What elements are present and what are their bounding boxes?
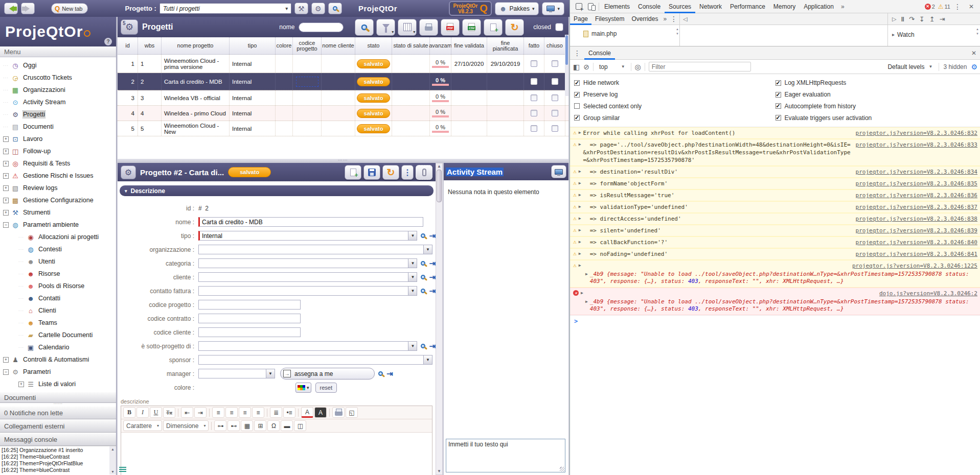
contatto-fattura-select[interactable]: ▼	[198, 286, 417, 296]
row-checkbox[interactable]	[552, 94, 558, 101]
manager-select[interactable]: ▼	[198, 369, 275, 378]
console-message-5[interactable]: ⚠▶ => isResultMessage='true'projeqtor.js…	[570, 189, 980, 201]
expander-icon[interactable]: −	[3, 222, 9, 228]
more-tabs-icon[interactable]: »	[838, 3, 848, 10]
csv-export-button[interactable]: CSV	[462, 19, 481, 36]
watch-scrollbar[interactable]: ▲▼	[976, 27, 979, 36]
page-break-button-icon[interactable]: ▬	[281, 420, 293, 431]
tipo-search-icon[interactable]	[421, 233, 425, 238]
table-row-3[interactable]: 33WineIdea VB - officialInternalsalvato0…	[118, 90, 568, 106]
sidebar-item-pools-di-risorse[interactable]: ···☻Pools di Risorse	[0, 280, 116, 292]
align-right-button-icon[interactable]: ≡	[239, 407, 251, 418]
expand-triangle-icon[interactable]: ▶	[579, 129, 581, 135]
global-search-button[interactable]	[328, 3, 342, 14]
source-link[interactable]: projeqtor.js?version=V8.2.3.0246:840	[856, 239, 977, 246]
expand-triangle-icon[interactable]: ▶	[579, 239, 581, 244]
categoria-select[interactable]: ▼	[198, 258, 417, 268]
codice-contratto-field[interactable]	[198, 314, 301, 323]
font-family-select[interactable]: Carattere▾	[123, 420, 162, 431]
pdf-export-button[interactable]: PDF	[441, 19, 460, 36]
sidebar-item-clienti[interactable]: ···⌂Clienti	[0, 304, 116, 317]
italic-button-icon[interactable]: I	[136, 407, 149, 418]
expand-triangle-icon[interactable]: ▶	[579, 250, 581, 256]
sidebar-item-controlli-automatismi[interactable]: +♟Controlli & Automatismi	[0, 353, 116, 366]
console-filter-input[interactable]	[649, 62, 751, 72]
tab-elements[interactable]: Elements	[600, 0, 634, 13]
table-button-icon[interactable]: ⊞	[254, 420, 266, 431]
panel-external-links[interactable]: Collegamenti esterni	[0, 419, 116, 433]
expand-triangle-icon[interactable]: ▶	[585, 271, 588, 276]
row-checkbox[interactable]	[552, 110, 558, 116]
console-message-10[interactable]: ⚠▶ => noFading='undefined'projeqtor.js?v…	[570, 248, 980, 260]
log-scrollbar[interactable]: ▲▼	[109, 446, 116, 474]
refresh-button[interactable]: ↻	[505, 19, 524, 36]
tab-sources[interactable]: Sources	[665, 0, 695, 13]
new-tab-button[interactable]: Q New tab	[51, 3, 88, 14]
sidebar-item-liste-di-valori[interactable]: +☰Liste di valori	[0, 378, 116, 390]
filter-button[interactable]: ▾	[376, 19, 395, 36]
scroll-up-icon[interactable]: ▲	[111, 447, 115, 451]
checkbox[interactable]	[776, 103, 781, 109]
setting-evaluate-triggers-user-activation[interactable]: Evaluate triggers user activation	[776, 112, 977, 124]
expander-icon[interactable]: +	[3, 149, 9, 154]
sidebar-item-documenti[interactable]: ···▤Documenti	[0, 121, 116, 133]
expander-icon[interactable]: +	[3, 185, 9, 191]
column-header-fine-pianificata[interactable]: fine pianificata	[487, 37, 524, 54]
ordered-list-button-icon[interactable]: ≣	[270, 407, 282, 418]
nav-menu-icon[interactable]: ⋮	[668, 15, 679, 23]
forward-button[interactable]	[21, 3, 35, 14]
manager-goto-icon[interactable]: ⇥	[386, 370, 393, 377]
underline-button-icon[interactable]: U	[150, 407, 162, 418]
scroll-down-icon[interactable]: ▼	[437, 468, 441, 474]
source-link[interactable]: projeqtor.js?version=V8.2.3.0246:838	[856, 215, 977, 223]
special-character-button-icon[interactable]: Ω	[267, 420, 280, 431]
nav-tab-overrides[interactable]: Overrides	[628, 13, 662, 25]
sidebar-item-follow-up[interactable]: +◫Follow-up	[0, 145, 116, 157]
console-message-7[interactable]: ⚠▶ => directAccess='undefined'projeqtor.…	[570, 213, 980, 225]
device-toolbar-icon[interactable]	[588, 3, 594, 10]
cliente-select[interactable]: ▼	[198, 272, 417, 282]
sidebar-item-gestione-rischi-e-issues[interactable]: +⚠Gestione Rischi e Issues	[0, 170, 116, 182]
checkbox[interactable]	[776, 80, 781, 86]
console-message-6[interactable]: ⚠▶ => validationType='undefined'projeqto…	[570, 201, 980, 213]
display-menu[interactable]: ▾	[542, 2, 564, 15]
image-button-icon[interactable]: ▦	[241, 420, 253, 431]
project-parameters-button[interactable]: ⚙	[311, 3, 325, 14]
more-actions-button[interactable]: ⋮	[401, 165, 414, 180]
checkbox[interactable]	[574, 92, 580, 98]
user-menu[interactable]: ☻ Pakkes ▾	[495, 2, 539, 15]
save-button[interactable]	[363, 165, 380, 180]
back-button[interactable]	[4, 3, 18, 14]
scrollbar-thumb[interactable]	[437, 170, 442, 202]
splitter-grip[interactable]	[119, 467, 126, 472]
detail-add-document-button[interactable]	[345, 165, 361, 180]
sotto-progetto-select[interactable]: ▼	[198, 341, 417, 351]
source-link[interactable]: projeqtor.js?version=V8.2.3.0246:834	[856, 168, 977, 176]
sidebar-item-utenti[interactable]: ···☻Utenti	[0, 255, 116, 268]
expander-icon[interactable]: +	[3, 198, 9, 203]
row-checkbox[interactable]	[531, 78, 537, 85]
cliente-goto-icon[interactable]: ⇥	[429, 273, 436, 281]
align-justify-button-icon[interactable]: ≡	[252, 407, 264, 418]
devtools-menu-icon[interactable]: ⋮	[950, 3, 965, 11]
color-picker-button[interactable]: ▾	[295, 383, 311, 393]
checkbox[interactable]	[574, 115, 580, 121]
contatto-search-icon[interactable]	[421, 289, 425, 293]
align-left-button-icon[interactable]: ≡	[212, 407, 224, 418]
tab-network[interactable]: Network	[695, 0, 726, 13]
print-button-icon[interactable]	[332, 407, 345, 418]
expander-icon[interactable]: +	[3, 357, 9, 363]
panel-splitter[interactable]: ⋯⋯	[118, 159, 568, 163]
step-over-icon[interactable]: ↷	[909, 15, 915, 23]
add-document-button[interactable]	[484, 19, 503, 36]
indent-button-icon[interactable]: ⇥	[194, 407, 207, 418]
step-icon[interactable]: ⇥	[940, 15, 945, 23]
source-link[interactable]: projeqtor.js?version=V8.2.3.0246:837	[856, 203, 977, 211]
warning-badge[interactable]: ⚠11	[938, 3, 950, 10]
contatto-goto-icon[interactable]: ⇥	[429, 287, 436, 295]
categoria-search-icon[interactable]	[421, 261, 425, 266]
tipo-goto-icon[interactable]: ⇥	[429, 232, 436, 240]
panel-notifications[interactable]: 0 Notifiche non lette	[0, 406, 116, 419]
inspect-element-icon[interactable]	[576, 3, 582, 10]
project-selector[interactable]: Tutti i progetti ▾	[159, 3, 291, 14]
